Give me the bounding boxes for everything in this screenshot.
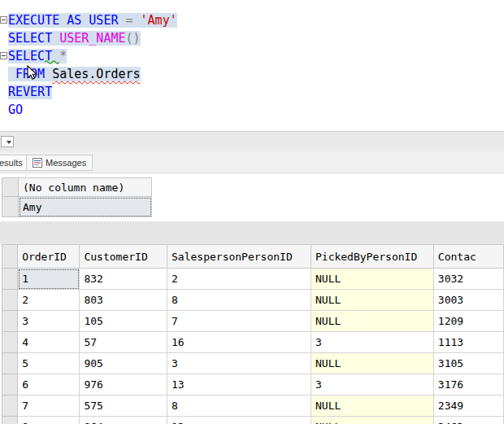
code-text: EXECUTE AS USER = 'Amy' [8,13,177,28]
pane-splitter[interactable] [0,131,504,151]
cell[interactable]: 575 [80,396,167,417]
cell[interactable]: 3105 [433,353,503,374]
cell[interactable]: 3463 [433,417,503,424]
code-line[interactable]: FROM Sales.Orders [0,65,504,83]
fold-collapse-icon[interactable] [0,16,7,24]
column-header[interactable]: CustomerID [80,245,167,269]
cell[interactable]: NULL [311,311,433,332]
row-header[interactable] [2,269,18,290]
grid-corner[interactable] [2,245,18,269]
table-row: 28038NULL3003 [2,290,504,311]
cell[interactable]: Amy [19,197,152,217]
cell[interactable]: 3 [311,374,433,396]
token [8,67,15,81]
cell[interactable]: 1209 [433,311,503,332]
column-header[interactable]: (No column name) [19,178,152,197]
code-text: SELECT USER_NAME() [8,31,141,46]
results-tabstrip: esults Messages [0,151,504,173]
cell[interactable]: NULL [311,353,433,374]
cell[interactable]: 2349 [433,396,503,417]
cell[interactable]: 3 [167,353,311,374]
warning-squiggle-icon [45,59,59,64]
cell[interactable]: 2 [18,290,80,311]
column-header[interactable]: OrderID [18,245,80,269]
column-header[interactable]: SalespersonPersonID [167,245,311,269]
tab-messages-label: Messages [46,158,86,168]
table-row: 896413NULL3463 [2,417,504,424]
result-grid-username[interactable]: (No column name)Amy [2,177,152,217]
cell[interactable]: 3032 [433,269,503,290]
row-header[interactable] [2,197,19,217]
cell[interactable]: 3 [18,311,80,332]
column-header[interactable]: Contac [433,245,503,269]
token: GO [8,103,23,117]
messages-icon [33,158,42,168]
cell[interactable]: 3 [311,332,433,353]
cell[interactable]: 6 [18,374,80,396]
cell[interactable]: 13 [167,417,311,424]
table-row: 18322NULL3032 [2,269,504,290]
tab-messages[interactable]: Messages [26,155,93,171]
cell[interactable]: NULL [311,290,433,311]
table-row: 4571631113 [2,332,504,353]
cell[interactable]: 964 [80,417,167,424]
editor-code: EXECUTE AS USER = 'Amy'SELECT USER_NAME(… [0,11,504,119]
cell[interactable]: 905 [80,353,167,374]
row-header[interactable] [2,290,18,311]
table-row: 59053NULL3105 [2,353,504,374]
table-row: 75758NULL2349 [2,396,504,417]
splitter-dropdown[interactable] [1,136,14,147]
code-line[interactable]: SELECT * [0,47,504,65]
cell[interactable]: 3003 [433,290,503,311]
cell[interactable]: 8 [167,396,311,417]
cell[interactable]: 7 [18,396,80,417]
cell[interactable]: 1113 [433,332,503,353]
cell[interactable]: 8 [167,290,311,311]
cell[interactable]: 16 [167,332,311,353]
row-header[interactable] [2,353,18,374]
token [45,67,52,81]
token: SELECT [8,31,52,46]
row-header[interactable] [2,417,18,424]
cell[interactable]: 3176 [433,374,503,396]
token: REVERT [8,85,52,99]
fold-collapse-icon[interactable] [0,52,7,59]
sql-editor[interactable]: EXECUTE AS USER = 'Amy'SELECT USER_NAME(… [0,0,504,131]
cell[interactable]: 1 [18,269,80,290]
cell[interactable]: 13 [167,374,311,396]
cell[interactable]: NULL [311,417,433,424]
code-line[interactable]: REVERT [0,83,504,101]
mouse-cursor-icon [27,65,38,81]
cell[interactable]: 57 [80,332,167,353]
cell[interactable]: 2 [167,269,311,290]
cell[interactable]: 105 [80,311,167,332]
token: AS [67,13,81,28]
column-header[interactable]: PickedByPersonID [311,245,433,269]
cell[interactable]: NULL [311,396,433,417]
cell[interactable]: 7 [167,311,311,332]
table-row: Amy [2,197,152,217]
grid-splitter[interactable] [0,221,504,244]
code-line[interactable]: SELECT USER_NAME() [0,29,504,47]
cell[interactable]: 976 [80,374,167,396]
row-header[interactable] [2,374,18,396]
grid-corner[interactable] [2,178,19,197]
cell[interactable]: 803 [80,290,167,311]
code-line[interactable]: EXECUTE AS USER = 'Amy' [0,11,504,29]
cell[interactable]: 832 [80,269,167,290]
code-line[interactable]: GO [0,101,504,119]
cell[interactable]: 5 [18,353,80,374]
token: USER_NAME [59,31,125,46]
table-row: 31057NULL1209 [2,311,504,332]
cell[interactable]: NULL [311,269,433,290]
row-header[interactable] [2,332,18,353]
token: * [59,49,67,63]
row-header[interactable] [2,311,18,332]
tab-results[interactable]: esults [0,155,29,171]
result-grid-orders[interactable]: OrderIDCustomerIDSalespersonPersonIDPick… [2,244,504,424]
cell[interactable]: 8 [18,417,80,424]
cell[interactable]: 4 [18,332,80,353]
table-row: 69761333176 [2,374,504,396]
row-header[interactable] [2,396,18,417]
token [59,13,67,28]
